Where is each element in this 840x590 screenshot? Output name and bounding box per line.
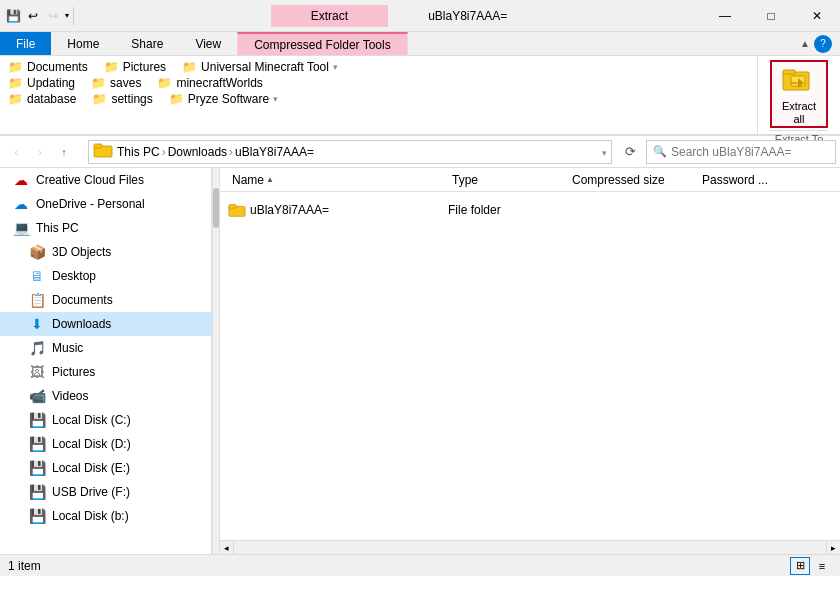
- grid-view-button[interactable]: ⊞: [790, 557, 810, 575]
- sidebar-icon-14: 💾: [28, 507, 46, 525]
- sidebar-item-creative-cloud-files[interactable]: ☁Creative Cloud Files: [0, 168, 211, 192]
- sidebar-icon-7: 🎵: [28, 339, 46, 357]
- pinned-updating[interactable]: 📁 Updating: [8, 76, 75, 90]
- sidebar-item-local-disk--c--[interactable]: 💾Local Disk (C:): [0, 408, 211, 432]
- help-button[interactable]: ?: [814, 35, 832, 53]
- search-input[interactable]: [671, 145, 829, 159]
- crumb-this-pc[interactable]: This PC: [117, 145, 160, 159]
- quick-access-dropdown[interactable]: ▾: [65, 11, 69, 20]
- crumb-downloads[interactable]: Downloads: [168, 145, 227, 159]
- pinned-pictures[interactable]: 📁 Pictures: [104, 60, 166, 74]
- sidebar-icon-2: 💻: [12, 219, 30, 237]
- maximize-button[interactable]: □: [748, 0, 794, 32]
- sidebar-item-usb-drive--f--[interactable]: 💾USB Drive (F:): [0, 480, 211, 504]
- sidebar-icon-9: 📹: [28, 387, 46, 405]
- file-folder-icon: [228, 202, 246, 218]
- sidebar-label-1: OneDrive - Personal: [36, 197, 145, 211]
- window-title-area: Extract uBlaY8i7AAA=: [76, 9, 702, 23]
- sidebar-label-8: Pictures: [52, 365, 95, 379]
- scroll-left-button[interactable]: ◂: [220, 541, 234, 555]
- file-list-body: uBlaY8i7AAA= File folder: [220, 192, 840, 540]
- sidebar-label-14: Local Disk (b:): [52, 509, 129, 523]
- tab-home[interactable]: Home: [51, 32, 115, 55]
- pinned-database[interactable]: 📁 database: [8, 92, 76, 106]
- pinned-saves[interactable]: 📁 saves: [91, 76, 141, 90]
- pinned-pryze[interactable]: 📁 Pryze Software ▾: [169, 92, 278, 106]
- sidebar-item-music[interactable]: 🎵Music: [0, 336, 211, 360]
- sidebar-item-local-disk--e--[interactable]: 💾Local Disk (E:): [0, 456, 211, 480]
- close-button[interactable]: ✕: [794, 0, 840, 32]
- svg-rect-8: [229, 205, 236, 209]
- sidebar-item-3d-objects[interactable]: 📦3D Objects: [0, 240, 211, 264]
- scroll-right-button[interactable]: ▸: [826, 541, 840, 555]
- ribbon-extract-section: Extract all Extract To: [757, 56, 840, 134]
- sidebar-item-videos[interactable]: 📹Videos: [0, 384, 211, 408]
- up-button[interactable]: ↑: [52, 140, 76, 164]
- sidebar-item-downloads[interactable]: ⬇Downloads: [0, 312, 211, 336]
- sidebar-item-local-disk--b--[interactable]: 💾Local Disk (b:): [0, 504, 211, 528]
- ribbon-collapse-arrow[interactable]: ▲: [800, 38, 810, 49]
- quick-save-icon[interactable]: 💾: [4, 7, 22, 25]
- list-view-button[interactable]: ≡: [812, 557, 832, 575]
- extract-all-label: Extract all: [782, 100, 816, 126]
- sidebar-item-documents[interactable]: 📋Documents: [0, 288, 211, 312]
- window-title-file: uBlaY8i7AAA=: [428, 9, 507, 23]
- pinned-minecraft[interactable]: 📁 Universal Minecraft Tool ▾: [182, 60, 338, 74]
- sidebar-item-onedrive---personal[interactable]: ☁OneDrive - Personal: [0, 192, 211, 216]
- toolbar-separator: [73, 7, 74, 25]
- sidebar-scroll-track[interactable]: [212, 168, 219, 554]
- col-header-type[interactable]: Type: [448, 173, 568, 187]
- sidebar-label-2: This PC: [36, 221, 79, 235]
- back-button[interactable]: ‹: [4, 140, 28, 164]
- sidebar-item-local-disk--d--[interactable]: 💾Local Disk (D:): [0, 432, 211, 456]
- search-box[interactable]: 🔍: [646, 140, 836, 164]
- sidebar-item-pictures[interactable]: 🖼Pictures: [0, 360, 211, 384]
- sidebar-items-container: ☁Creative Cloud Files☁OneDrive - Persona…: [0, 168, 211, 528]
- sidebar: ☁Creative Cloud Files☁OneDrive - Persona…: [0, 168, 212, 554]
- sidebar-with-scroll: ☁Creative Cloud Files☁OneDrive - Persona…: [0, 168, 220, 554]
- sidebar-item-this-pc[interactable]: 💻This PC: [0, 216, 211, 240]
- address-dropdown-icon: ▾: [602, 148, 607, 158]
- tab-view[interactable]: View: [179, 32, 237, 55]
- tab-compressed[interactable]: Compressed Folder Tools: [237, 32, 408, 55]
- table-row[interactable]: uBlaY8i7AAA= File folder: [220, 196, 840, 224]
- sidebar-icon-4: 🖥: [28, 267, 46, 285]
- sidebar-label-3: 3D Objects: [52, 245, 111, 259]
- pinned-items-row3: 📁 database 📁 settings 📁 Pryze Software ▾: [8, 92, 749, 106]
- pinned-documents[interactable]: 📁 Documents: [8, 60, 88, 74]
- refresh-button[interactable]: ⟳: [618, 140, 642, 164]
- tab-file[interactable]: File: [0, 32, 51, 55]
- sidebar-label-9: Videos: [52, 389, 88, 403]
- minimize-button[interactable]: —: [702, 0, 748, 32]
- sidebar-label-0: Creative Cloud Files: [36, 173, 144, 187]
- forward-button[interactable]: ›: [28, 140, 52, 164]
- extract-all-button[interactable]: Extract all: [770, 60, 828, 128]
- svg-rect-1: [783, 70, 795, 74]
- col-header-password[interactable]: Password ...: [698, 173, 840, 187]
- crumb-sep-2: ›: [229, 145, 233, 159]
- quick-undo-icon[interactable]: ↩: [24, 7, 42, 25]
- sidebar-item-desktop[interactable]: 🖥Desktop: [0, 264, 211, 288]
- pinned-minecraft-worlds[interactable]: 📁 minecraftWorlds: [157, 76, 262, 90]
- address-bar[interactable]: This PC › Downloads › uBlaY8i7AAA= ▾: [88, 140, 612, 164]
- extract-all-icon: [781, 62, 817, 98]
- quick-redo-icon[interactable]: ↪: [44, 7, 62, 25]
- tab-share[interactable]: Share: [115, 32, 179, 55]
- sidebar-icon-3: 📦: [28, 243, 46, 261]
- address-folder-icon: [93, 142, 113, 162]
- crumb-sep-1: ›: [162, 145, 166, 159]
- crumb-folder[interactable]: uBlaY8i7AAA=: [235, 145, 314, 159]
- scroll-track-h[interactable]: [234, 541, 826, 554]
- svg-rect-6: [94, 144, 102, 148]
- sidebar-scroll-thumb[interactable]: [213, 188, 219, 228]
- navigation-bar: ‹ › ↑ This PC › Downloads › uBlaY8i7AAA=…: [0, 136, 840, 168]
- address-dropdown-btn[interactable]: ▾: [602, 145, 607, 159]
- horizontal-scrollbar[interactable]: ◂ ▸: [220, 540, 840, 554]
- window-controls: — □ ✕: [702, 0, 840, 32]
- col-header-name[interactable]: Name ▲: [228, 173, 448, 187]
- sidebar-icon-10: 💾: [28, 411, 46, 429]
- col-header-compressed[interactable]: Compressed size: [568, 173, 698, 187]
- sidebar-label-6: Downloads: [52, 317, 111, 331]
- pinned-settings[interactable]: 📁 settings: [92, 92, 152, 106]
- sidebar-label-12: Local Disk (E:): [52, 461, 130, 475]
